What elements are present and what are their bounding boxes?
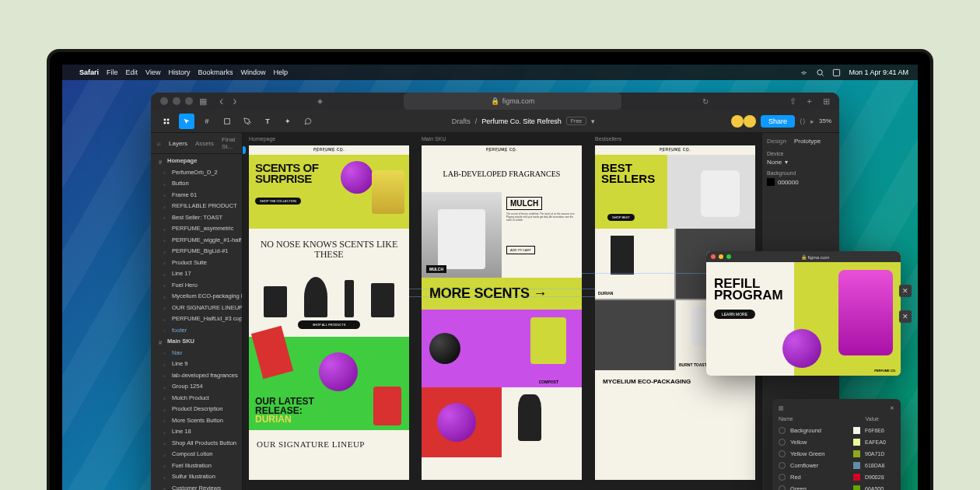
variable-row[interactable]: Cornflower618DA8 — [779, 460, 894, 471]
shape-tool[interactable] — [219, 114, 235, 129]
tabs-icon[interactable]: ⊞ — [823, 96, 830, 107]
url-bar[interactable]: 🔒 figma.com — [404, 93, 621, 110]
back-icon[interactable]: ‹ — [219, 94, 223, 108]
menu-history[interactable]: History — [168, 68, 190, 76]
text-tool[interactable]: T — [260, 114, 275, 129]
menu-bookmarks[interactable]: Bookmarks — [198, 68, 233, 76]
layer-item[interactable]: ▫Shop All Products Button — [151, 438, 242, 450]
share-button[interactable]: Share — [761, 115, 795, 128]
layer-item[interactable]: ▫OUR SIGNATURE LINEUP — [151, 303, 242, 314]
menu-window[interactable]: Window — [240, 68, 265, 76]
layer-item[interactable]: ▫Customer Reviews — [151, 483, 242, 491]
layer-item[interactable]: ▫Frame 61 — [151, 190, 242, 201]
variable-row[interactable]: RedD90028 — [779, 471, 894, 483]
close-button[interactable] — [160, 97, 168, 105]
layer-item[interactable]: #Main SKU — [151, 336, 242, 348]
shield-icon[interactable]: ◈ — [317, 97, 323, 105]
preview-popup-window: 🔒 figma.com REFILLPROGRAM LEARN MORE PER… — [706, 251, 901, 376]
artboard-mainsku[interactable]: ——PERFUME CO.—— LAB-DEVELOPED FRAGRANCES… — [422, 145, 582, 480]
variable-row[interactable]: YellowEAFEA0 — [779, 436, 894, 448]
breadcrumb-file[interactable]: Perfume Co. Site Refresh — [481, 117, 562, 125]
layer-item[interactable]: ▫Fuel Illustration — [151, 460, 242, 472]
layer-item[interactable]: ▫More Scents Button — [151, 415, 242, 427]
layer-item[interactable]: ▫PERFUME_BigLid-#1 — [151, 246, 242, 257]
sidebar-toggle-icon[interactable]: ▦ — [199, 96, 207, 107]
chevron-down-icon[interactable]: ▾ — [591, 117, 595, 125]
safari-toolbar: ▦ ‹ › ◈ 🔒 figma.com ↻ ⇧ + ⊞ — [151, 93, 839, 110]
popup-close-1[interactable]: ✕ — [899, 285, 912, 297]
breadcrumb-parent[interactable]: Drafts — [452, 117, 471, 125]
tab-page[interactable]: Final St... — [222, 136, 236, 150]
tab-layers[interactable]: Layers — [169, 140, 187, 147]
background-color[interactable]: 000000 — [767, 178, 835, 186]
variable-row[interactable]: Green66A500 — [779, 483, 894, 490]
layer-item[interactable]: ▫Mulch Product — [151, 393, 242, 404]
layer-item[interactable]: ▫Product Description — [151, 404, 242, 415]
variable-row[interactable]: Yellow Green90A71D — [779, 448, 894, 460]
hand-tool[interactable]: ✦ — [280, 114, 296, 129]
minimize-button[interactable] — [173, 97, 180, 105]
search-icon[interactable] — [816, 68, 824, 77]
maximize-button[interactable] — [185, 97, 193, 105]
menu-help[interactable]: Help — [273, 68, 288, 76]
layer-item[interactable]: ▫Button — [151, 178, 242, 190]
wifi-icon[interactable] — [800, 68, 808, 77]
popup-close-2[interactable]: ✕ — [899, 310, 912, 323]
dev-mode-icon[interactable]: ⟨⟩ — [800, 117, 806, 125]
layer-item[interactable]: ▫Sulfur Illustration — [151, 471, 242, 483]
svg-rect-4 — [164, 121, 166, 124]
layer-item[interactable]: ▫Product Suite — [151, 257, 242, 269]
forward-icon[interactable]: › — [233, 94, 236, 108]
menu-file[interactable]: File — [107, 68, 118, 76]
user-avatar-2[interactable] — [744, 115, 756, 128]
search-icon[interactable]: ⌕ — [157, 140, 161, 147]
reload-icon[interactable]: ↻ — [702, 97, 709, 106]
menu-view[interactable]: View — [145, 68, 160, 76]
share-icon[interactable]: ⇧ — [789, 96, 796, 107]
user-avatar-1[interactable] — [731, 115, 744, 128]
layer-item[interactable]: ▫Line 9 — [151, 359, 242, 370]
tab-design[interactable]: Design — [767, 138, 786, 145]
frame-label-homepage[interactable]: Homepage — [249, 136, 275, 142]
figma-canvas[interactable]: Homepage Main SKU Bestsellers Flow 1 ——P… — [243, 133, 761, 490]
variable-row[interactable]: BackgroundF6F6E6 — [779, 425, 894, 436]
menubar-app-name[interactable]: Safari — [79, 68, 99, 76]
layer-item[interactable]: ▫PERFUME_wiggle_#1-half — [151, 235, 242, 247]
pen-tool[interactable] — [240, 114, 255, 129]
device-select[interactable]: None ▾ — [767, 159, 835, 166]
menu-edit[interactable]: Edit — [126, 68, 138, 76]
tab-assets[interactable]: Assets — [195, 140, 214, 147]
layer-item[interactable]: ▫lab-developed fragrances — [151, 370, 242, 382]
layer-item[interactable]: ▫Fuel Hero — [151, 280, 242, 292]
frame-label-bestsellers[interactable]: Bestsellers — [595, 136, 621, 142]
desktop-wallpaper: Safari File Edit View History Bookmarks … — [62, 65, 918, 490]
tab-prototype[interactable]: Prototype — [794, 138, 821, 145]
move-tool[interactable] — [179, 114, 194, 129]
layer-item[interactable]: ▫PERFUME_asymmetric — [151, 223, 242, 235]
layer-item[interactable]: ▫Nav — [151, 348, 242, 359]
present-icon[interactable]: ▸ — [810, 117, 814, 125]
close-icon[interactable]: ✕ — [890, 405, 894, 411]
layer-item[interactable]: ▫Best Seller: TOAST — [151, 212, 242, 224]
layer-item[interactable]: ▫footer — [151, 325, 242, 337]
layer-item[interactable]: ▫Group 1254 — [151, 381, 242, 393]
control-center-icon[interactable] — [832, 68, 841, 77]
frame-label-mainsku[interactable]: Main SKU — [422, 136, 446, 142]
layer-item[interactable]: ▫PERFUME_HalfLid_#3 copy 1 — [151, 313, 242, 325]
library-icon[interactable]: ▥ — [779, 405, 784, 411]
flow-badge[interactable]: Flow 1 — [243, 146, 246, 154]
figma-menu-icon[interactable] — [159, 114, 174, 129]
frame-tool[interactable]: # — [199, 114, 215, 129]
menubar-datetime[interactable]: Mon 1 Apr 9:41 AM — [849, 68, 908, 76]
layer-item[interactable]: ▫Line 17 — [151, 268, 242, 280]
layer-item[interactable]: #Homepage — [151, 156, 242, 167]
layer-item[interactable]: ▫Line 18 — [151, 426, 242, 438]
artboard-homepage[interactable]: ——PERFUME CO.—— SCENTS OFSURPRISE SHOP T… — [249, 145, 409, 480]
comment-tool[interactable] — [300, 114, 316, 129]
layer-item[interactable]: ▫REFILLABLE PRODUCT — [151, 201, 242, 212]
layer-item[interactable]: ▫PerfumeOrb_D_2 — [151, 167, 242, 179]
new-tab-icon[interactable]: + — [807, 96, 812, 107]
layer-item[interactable]: ▫Mycelium ECO-packaging EA... — [151, 291, 242, 303]
zoom-percent[interactable]: 35% — [819, 117, 831, 124]
layer-item[interactable]: ▫Compost Lotion — [151, 449, 242, 460]
